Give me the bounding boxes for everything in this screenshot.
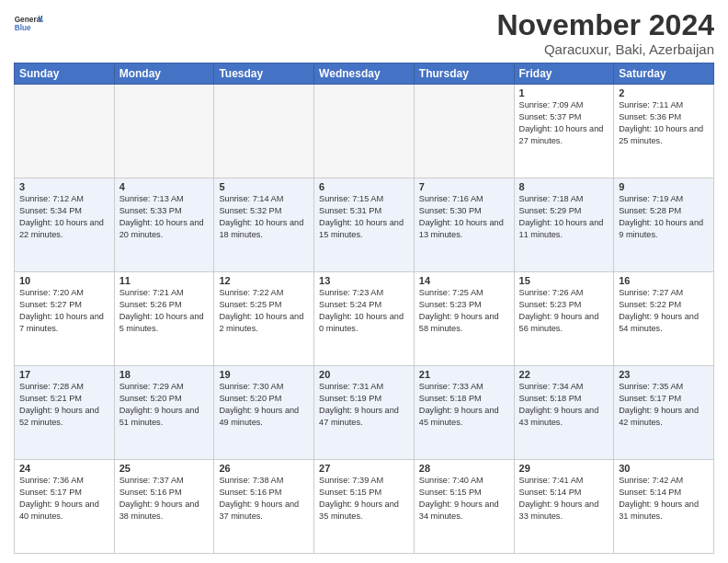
calendar-cell: 1Sunrise: 7:09 AMSunset: 5:37 PMDaylight… [514,85,614,178]
day-info: Sunrise: 7:22 AMSunset: 5:25 PMDaylight:… [219,287,309,335]
month-title: November 2024 [496,9,714,41]
day-number: 24 [19,463,109,474]
day-number: 10 [19,275,109,286]
calendar-cell [414,85,514,178]
day-info: Sunrise: 7:42 AMSunset: 5:14 PMDaylight:… [619,475,709,523]
col-tuesday: Tuesday [214,63,314,85]
day-number: 20 [319,369,409,380]
week-row-4: 17Sunrise: 7:28 AMSunset: 5:21 PMDayligh… [15,366,714,460]
calendar-cell: 23Sunrise: 7:35 AMSunset: 5:17 PMDayligh… [614,366,714,460]
day-info: Sunrise: 7:38 AMSunset: 5:16 PMDaylight:… [219,475,309,523]
day-info: Sunrise: 7:37 AMSunset: 5:16 PMDaylight:… [119,475,210,523]
col-wednesday: Wednesday [314,63,415,85]
calendar-cell: 24Sunrise: 7:36 AMSunset: 5:17 PMDayligh… [15,460,115,554]
day-info: Sunrise: 7:29 AMSunset: 5:20 PMDaylight:… [119,381,210,429]
calendar-cell: 13Sunrise: 7:23 AMSunset: 5:24 PMDayligh… [314,272,415,366]
calendar-cell: 19Sunrise: 7:30 AMSunset: 5:20 PMDayligh… [214,366,314,460]
calendar-cell: 20Sunrise: 7:31 AMSunset: 5:19 PMDayligh… [314,366,415,460]
day-info: Sunrise: 7:30 AMSunset: 5:20 PMDaylight:… [219,381,309,429]
day-number: 12 [219,275,309,286]
calendar-cell: 26Sunrise: 7:38 AMSunset: 5:16 PMDayligh… [214,460,314,554]
calendar-cell: 21Sunrise: 7:33 AMSunset: 5:18 PMDayligh… [414,366,514,460]
calendar-cell: 16Sunrise: 7:27 AMSunset: 5:22 PMDayligh… [614,272,714,366]
day-info: Sunrise: 7:12 AMSunset: 5:34 PMDaylight:… [19,193,109,241]
day-number: 1 [519,87,609,98]
day-info: Sunrise: 7:14 AMSunset: 5:32 PMDaylight:… [219,193,309,241]
day-number: 17 [19,369,109,380]
day-info: Sunrise: 7:31 AMSunset: 5:19 PMDaylight:… [319,381,409,429]
calendar-cell: 15Sunrise: 7:26 AMSunset: 5:23 PMDayligh… [514,272,614,366]
day-number: 14 [419,275,509,286]
day-number: 5 [219,181,309,192]
day-number: 21 [419,369,509,380]
day-info: Sunrise: 7:27 AMSunset: 5:22 PMDaylight:… [619,287,709,335]
week-row-5: 24Sunrise: 7:36 AMSunset: 5:17 PMDayligh… [15,460,714,554]
col-sunday: Sunday [15,63,115,85]
day-info: Sunrise: 7:40 AMSunset: 5:15 PMDaylight:… [419,475,509,523]
day-info: Sunrise: 7:35 AMSunset: 5:17 PMDaylight:… [619,381,709,429]
day-info: Sunrise: 7:15 AMSunset: 5:31 PMDaylight:… [319,193,409,241]
day-info: Sunrise: 7:13 AMSunset: 5:33 PMDaylight:… [119,193,210,241]
week-row-1: 1Sunrise: 7:09 AMSunset: 5:37 PMDaylight… [15,85,714,178]
title-block: November 2024 Qaracuxur, Baki, Azerbaija… [496,9,714,57]
calendar-cell [214,85,314,178]
calendar-cell: 30Sunrise: 7:42 AMSunset: 5:14 PMDayligh… [614,460,714,554]
calendar-cell: 4Sunrise: 7:13 AMSunset: 5:33 PMDaylight… [114,178,214,272]
day-info: Sunrise: 7:26 AMSunset: 5:23 PMDaylight:… [519,287,609,335]
day-info: Sunrise: 7:39 AMSunset: 5:15 PMDaylight:… [319,475,409,523]
day-number: 6 [319,181,409,192]
day-number: 16 [619,275,709,286]
calendar-cell: 5Sunrise: 7:14 AMSunset: 5:32 PMDaylight… [214,178,314,272]
calendar-cell: 29Sunrise: 7:41 AMSunset: 5:14 PMDayligh… [514,460,614,554]
day-number: 7 [419,181,509,192]
svg-text:Blue: Blue [15,23,31,32]
day-info: Sunrise: 7:33 AMSunset: 5:18 PMDaylight:… [419,381,509,429]
calendar-cell: 27Sunrise: 7:39 AMSunset: 5:15 PMDayligh… [314,460,415,554]
header-row: Sunday Monday Tuesday Wednesday Thursday… [15,63,714,85]
col-thursday: Thursday [414,63,514,85]
day-info: Sunrise: 7:41 AMSunset: 5:14 PMDaylight:… [519,475,609,523]
calendar-cell: 28Sunrise: 7:40 AMSunset: 5:15 PMDayligh… [414,460,514,554]
calendar-cell: 22Sunrise: 7:34 AMSunset: 5:18 PMDayligh… [514,366,614,460]
week-row-3: 10Sunrise: 7:20 AMSunset: 5:27 PMDayligh… [15,272,714,366]
day-number: 3 [19,181,109,192]
day-info: Sunrise: 7:09 AMSunset: 5:37 PMDaylight:… [519,99,609,147]
day-info: Sunrise: 7:36 AMSunset: 5:17 PMDaylight:… [19,475,109,523]
logo: General Blue [14,9,43,39]
calendar-cell: 9Sunrise: 7:19 AMSunset: 5:28 PMDaylight… [614,178,714,272]
calendar-cell [314,85,415,178]
col-monday: Monday [114,63,214,85]
calendar-cell: 18Sunrise: 7:29 AMSunset: 5:20 PMDayligh… [114,366,214,460]
calendar-cell: 11Sunrise: 7:21 AMSunset: 5:26 PMDayligh… [114,272,214,366]
col-friday: Friday [514,63,614,85]
day-info: Sunrise: 7:18 AMSunset: 5:29 PMDaylight:… [519,193,609,241]
day-info: Sunrise: 7:28 AMSunset: 5:21 PMDaylight:… [19,381,109,429]
calendar-table: Sunday Monday Tuesday Wednesday Thursday… [14,63,714,554]
day-number: 23 [619,369,709,380]
header: General Blue November 2024 Qaracuxur, Ba… [14,9,714,57]
day-number: 27 [319,463,409,474]
calendar-cell: 25Sunrise: 7:37 AMSunset: 5:16 PMDayligh… [114,460,214,554]
calendar-cell: 6Sunrise: 7:15 AMSunset: 5:31 PMDaylight… [314,178,415,272]
day-number: 11 [119,275,210,286]
calendar-cell: 12Sunrise: 7:22 AMSunset: 5:25 PMDayligh… [214,272,314,366]
day-info: Sunrise: 7:23 AMSunset: 5:24 PMDaylight:… [319,287,409,335]
day-info: Sunrise: 7:16 AMSunset: 5:30 PMDaylight:… [419,193,509,241]
day-number: 8 [519,181,609,192]
calendar-cell: 2Sunrise: 7:11 AMSunset: 5:36 PMDaylight… [614,85,714,178]
day-number: 15 [519,275,609,286]
calendar-cell: 17Sunrise: 7:28 AMSunset: 5:21 PMDayligh… [15,366,115,460]
week-row-2: 3Sunrise: 7:12 AMSunset: 5:34 PMDaylight… [15,178,714,272]
calendar-cell: 7Sunrise: 7:16 AMSunset: 5:30 PMDaylight… [414,178,514,272]
day-number: 26 [219,463,309,474]
day-info: Sunrise: 7:21 AMSunset: 5:26 PMDaylight:… [119,287,210,335]
calendar-page: General Blue November 2024 Qaracuxur, Ba… [0,0,728,563]
logo-svg: General Blue [14,9,43,39]
calendar-cell: 8Sunrise: 7:18 AMSunset: 5:29 PMDaylight… [514,178,614,272]
calendar-cell: 14Sunrise: 7:25 AMSunset: 5:23 PMDayligh… [414,272,514,366]
col-saturday: Saturday [614,63,714,85]
day-number: 22 [519,369,609,380]
day-info: Sunrise: 7:34 AMSunset: 5:18 PMDaylight:… [519,381,609,429]
day-number: 4 [119,181,210,192]
day-info: Sunrise: 7:11 AMSunset: 5:36 PMDaylight:… [619,99,709,147]
